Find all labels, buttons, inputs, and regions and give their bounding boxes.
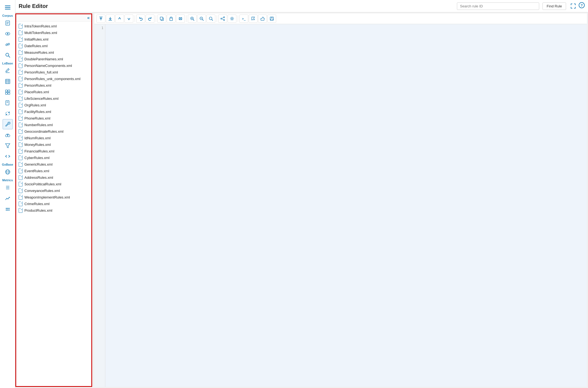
list-icon[interactable]	[2, 182, 13, 193]
paste-btn[interactable]	[167, 15, 176, 23]
refresh-icon[interactable]	[2, 108, 13, 119]
hamburger-menu-icon[interactable]	[2, 2, 13, 13]
move-up-btn[interactable]	[115, 15, 124, 23]
book-icon[interactable]	[2, 98, 13, 108]
file-name: InitialRules.xml	[24, 37, 48, 41]
header-actions: ?	[569, 2, 585, 10]
file-list-item[interactable]: SocioPoliticalRules.xml	[16, 181, 91, 187]
search-rule-input[interactable]	[457, 2, 539, 10]
svg-point-24	[9, 123, 9, 123]
binoculars-icon[interactable]	[2, 130, 13, 140]
file-name: PersonRules_unk_components.xml	[24, 77, 81, 81]
zoom-fit-btn[interactable]	[207, 15, 215, 23]
file-icon	[18, 37, 23, 42]
file-list-item[interactable]: CyberRules.xml	[16, 154, 91, 161]
move-top-btn[interactable]	[97, 15, 105, 23]
file-list-item[interactable]: NumberRules.xml	[16, 121, 91, 128]
file-list-item[interactable]: ConveyanceRules.xml	[16, 187, 91, 194]
file-list-item[interactable]: AddressRules.xml	[16, 174, 91, 181]
code-icon[interactable]	[2, 151, 13, 162]
file-list-item[interactable]: PersonRules_full.xml	[16, 69, 91, 75]
file-name: MeasureRules.xml	[24, 50, 54, 55]
eye-icon[interactable]	[2, 29, 13, 39]
find-rule-button[interactable]: Find Rule	[542, 2, 566, 10]
file-list-item[interactable]: EventRules.xml	[16, 168, 91, 174]
svg-point-39	[6, 209, 7, 211]
file-list-item[interactable]: InitialRules.xml	[16, 36, 91, 43]
corpus-icon[interactable]	[2, 18, 13, 28]
svg-line-59	[212, 19, 213, 21]
file-list-item[interactable]: LifeScienceRules.xml	[16, 95, 91, 102]
file-list-item[interactable]: OrgRules.xml	[16, 102, 91, 108]
undo-btn[interactable]	[136, 15, 145, 23]
line-number-1: 1	[94, 25, 105, 31]
file-list-item[interactable]: CrimeRules.xml	[16, 200, 91, 207]
copy-btn[interactable]	[157, 15, 166, 23]
share-btn[interactable]	[218, 15, 227, 23]
editor-area: « IntraTokenRules.xmlMultiTokenRules.xml…	[15, 12, 588, 388]
expand-icon[interactable]	[569, 2, 577, 10]
file-list-item[interactable]: GenericRules.xml	[16, 161, 91, 168]
file-list-item[interactable]: PhoneRules.xml	[16, 115, 91, 121]
file-list-item[interactable]: FinancialRules.xml	[16, 148, 91, 154]
file-name: PhoneRules.xml	[24, 116, 50, 120]
file-name: EventRules.xml	[24, 169, 49, 173]
cut-btn[interactable]	[176, 15, 185, 23]
blocks-icon[interactable]	[2, 87, 13, 97]
file-list-item[interactable]: DoubleParenNames.xml	[16, 56, 91, 62]
lxbase-section-label: LxBase	[2, 62, 13, 65]
file-name: PersonNameComponents.xml	[24, 64, 72, 68]
table-icon[interactable]	[2, 76, 13, 87]
corpus-section-label: Corpus	[2, 14, 13, 17]
file-icon	[18, 188, 23, 193]
filter-icon[interactable]	[2, 140, 13, 151]
link-icon[interactable]	[2, 39, 13, 50]
file-name: FinancialRules.xml	[24, 149, 54, 153]
file-list-item[interactable]: DateRules.xml	[16, 43, 91, 49]
collapse-button[interactable]: «	[87, 15, 90, 20]
file-list-item[interactable]: ProductRules.xml	[16, 207, 91, 214]
help-icon[interactable]: ?	[579, 2, 585, 8]
file-list-item[interactable]: IdNumRules.xml	[16, 135, 91, 141]
file-name: CrimeRules.xml	[24, 202, 50, 206]
thumbsup-btn[interactable]	[258, 15, 267, 23]
file-icon	[18, 96, 23, 101]
file-list-item[interactable]: PersonRules.xml	[16, 82, 91, 89]
toolbar-separator-2	[156, 15, 156, 22]
code-content[interactable]	[105, 24, 587, 387]
file-icon	[18, 70, 23, 75]
zoom-out-btn[interactable]	[197, 15, 206, 23]
line-numbers: 1	[94, 24, 105, 387]
file-list-item[interactable]: PersonNameComponents.xml	[16, 62, 91, 69]
file-list-item[interactable]: PlaceRules.xml	[16, 89, 91, 95]
svg-line-56	[202, 19, 203, 21]
file-list-item[interactable]: WeaponImplementRules.xml	[16, 194, 91, 200]
right-panel: >_ 1	[94, 13, 587, 387]
edit-icon[interactable]	[2, 66, 13, 76]
wrench-icon[interactable]	[2, 119, 13, 129]
globe-icon[interactable]	[2, 167, 13, 177]
file-list-item[interactable]: PersonRules_unk_components.xml	[16, 75, 91, 82]
terminal-btn[interactable]: >_	[239, 15, 248, 23]
file-list-item[interactable]: FacilityRules.xml	[16, 108, 91, 115]
flag-btn[interactable]	[249, 15, 258, 23]
file-list-item[interactable]: MultiTokenRules.xml	[16, 29, 91, 36]
file-list-item[interactable]: IntraTokenRules.xml	[16, 23, 91, 29]
file-list-item[interactable]: MoneyRules.xml	[16, 141, 91, 148]
file-icon	[18, 208, 23, 213]
svg-point-37	[7, 208, 8, 209]
svg-point-61	[224, 19, 225, 21]
redo-btn[interactable]	[146, 15, 154, 23]
save-btn[interactable]	[267, 15, 276, 23]
search-icon[interactable]	[2, 50, 13, 60]
move-down-btn[interactable]	[125, 15, 133, 23]
file-list-item[interactable]: GeocoordinateRules.xml	[16, 128, 91, 135]
svg-rect-12	[5, 79, 10, 84]
file-icon	[18, 76, 23, 81]
move-bottom-btn[interactable]	[106, 15, 115, 23]
file-list-item[interactable]: MeasureRules.xml	[16, 49, 91, 56]
dots-icon[interactable]	[2, 204, 13, 214]
zoom-in-btn[interactable]	[188, 15, 197, 23]
chart-icon[interactable]	[2, 193, 13, 203]
settings-btn[interactable]	[228, 15, 236, 23]
